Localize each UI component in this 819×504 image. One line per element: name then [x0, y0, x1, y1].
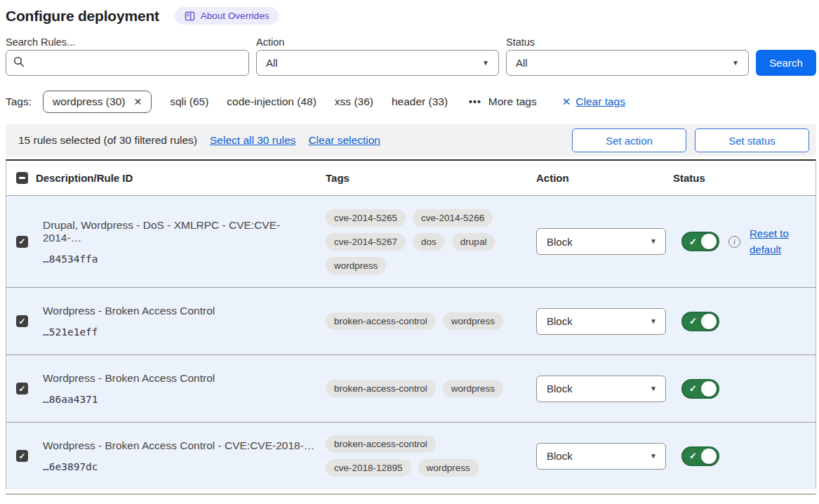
rule-id: …6e3897dc — [43, 461, 319, 472]
clear-tags-label: Clear tags — [575, 95, 625, 108]
toggle-knob — [701, 381, 717, 397]
table-row: ✓ Wordpress - Broken Access Control …521… — [6, 287, 815, 354]
selected-tag-chip-wordpress[interactable]: wordpress (30) ✕ — [43, 91, 152, 113]
table-row: ✓ Wordpress - Broken Access Control …86a… — [6, 354, 815, 422]
tag-pill: cve-2014-5266 — [413, 209, 493, 227]
row-action-select[interactable]: Block ▼ — [536, 376, 666, 402]
select-all-rules-link[interactable]: Select all 30 rules — [210, 134, 295, 147]
tag-pill: wordpress — [443, 380, 503, 397]
rule-tags: broken-access-control wordpress — [326, 312, 536, 330]
status-toggle-on[interactable]: ✓ — [681, 312, 719, 331]
action-filter-label: Action — [256, 37, 499, 48]
table-header: Description/Rule ID Tags Action Status — [6, 161, 815, 196]
tags-bar: Tags: wordpress (30) ✕ sqli (65) code-in… — [6, 91, 816, 113]
table-row: ✓ Drupal, Wordpress - DoS - XMLRPC - CVE… — [6, 196, 815, 287]
clear-selection-link[interactable]: Clear selection — [308, 134, 380, 147]
rule-description: Wordpress - Broken Access Control — [43, 372, 319, 385]
row-action-select[interactable]: Block ▼ — [536, 443, 666, 470]
tags-label: Tags: — [6, 95, 32, 108]
book-icon — [185, 11, 195, 21]
more-tags-label: More tags — [488, 95, 537, 108]
col-status-header: Status — [673, 172, 815, 184]
check-icon: ✓ — [689, 451, 697, 460]
status-filter-value: All — [516, 57, 528, 69]
chevron-down-icon: ▼ — [650, 453, 657, 460]
row-checkbox[interactable]: ✓ — [16, 450, 28, 462]
tag-pill: drupal — [452, 233, 495, 251]
tag-filter-code-injection[interactable]: code-injection (48) — [227, 95, 317, 108]
about-overrides-badge[interactable]: About Overrides — [175, 7, 279, 25]
check-icon: ✓ — [18, 385, 25, 393]
set-status-button[interactable]: Set status — [695, 128, 809, 152]
tag-filter-sqli[interactable]: sqli (65) — [170, 95, 208, 108]
rules-table: Description/Rule ID Tags Action Status ✓… — [6, 159, 816, 489]
about-overrides-label: About Overrides — [201, 11, 269, 21]
tag-pill: dos — [413, 233, 445, 251]
row-action-select[interactable]: Block ▼ — [536, 308, 666, 335]
chevron-down-icon: ▼ — [650, 318, 657, 325]
header-checkbox[interactable] — [16, 172, 28, 184]
rule-description: Wordpress - Broken Access Control - CVE:… — [43, 439, 319, 452]
check-icon: ✓ — [689, 237, 697, 246]
rule-tags: broken-access-control cve-2018-12895 wor… — [326, 435, 536, 477]
row-checkbox[interactable]: ✓ — [16, 315, 28, 327]
ellipsis-icon: ••• — [469, 96, 481, 107]
rule-description: Drupal, Wordpress - DoS - XMLRPC - CVE:C… — [43, 219, 319, 244]
status-toggle-on[interactable]: ✓ — [681, 232, 719, 251]
tag-filter-header[interactable]: header (33) — [392, 95, 448, 108]
tag-filter-xss[interactable]: xss (36) — [335, 95, 373, 108]
rule-id: …86aa4371 — [43, 394, 319, 405]
row-action-value: Block — [547, 236, 573, 248]
table-row: ✓ Wordpress - Broken Access Control - CV… — [6, 422, 815, 489]
row-action-value: Block — [547, 383, 573, 394]
row-action-select[interactable]: Block ▼ — [536, 228, 666, 255]
rule-tags: cve-2014-5265 cve-2014-5266 cve-2014-526… — [326, 209, 536, 274]
tag-pill: broken-access-control — [326, 312, 436, 330]
set-action-button[interactable]: Set action — [572, 128, 686, 152]
row-checkbox[interactable]: ✓ — [16, 383, 28, 394]
search-rules-input[interactable] — [6, 50, 249, 76]
row-action-value: Block — [547, 450, 573, 462]
status-filter-select[interactable]: All ▼ — [506, 50, 749, 76]
tag-pill: cve-2018-12895 — [326, 459, 411, 477]
status-toggle-on[interactable]: ✓ — [681, 446, 719, 466]
tag-pill: wordpress — [443, 312, 503, 330]
selected-tag-label: wordpress (30) — [53, 95, 125, 108]
toggle-knob — [701, 314, 717, 329]
rule-id: …521e1eff — [43, 326, 319, 338]
clear-tags-link[interactable]: ✕ Clear tags — [562, 95, 625, 108]
check-icon: ✓ — [689, 384, 697, 393]
chevron-down-icon: ▼ — [482, 60, 489, 67]
row-checkbox[interactable]: ✓ — [16, 236, 28, 248]
status-toggle-on[interactable]: ✓ — [681, 379, 719, 399]
reset-to-default-link[interactable]: Reset to default — [750, 225, 796, 258]
check-icon: ✓ — [689, 317, 697, 326]
configure-deployment-page: Configure deployment About Overrides Sea… — [0, 0, 819, 495]
search-button[interactable]: Search — [756, 50, 816, 76]
remove-tag-icon[interactable]: ✕ — [133, 96, 142, 107]
page-header: Configure deployment About Overrides — [6, 7, 816, 25]
check-icon: ✓ — [18, 452, 25, 460]
info-icon[interactable]: i — [728, 236, 740, 248]
filters-row: Search Rules... Action All ▼ Status — [6, 37, 816, 76]
action-filter-select[interactable]: All ▼ — [256, 50, 499, 76]
tag-pill: broken-access-control — [326, 435, 436, 453]
tag-pill: wordpress — [326, 257, 386, 274]
chevron-down-icon: ▼ — [732, 60, 739, 67]
col-description-header: Description/Rule ID — [36, 172, 326, 184]
chevron-down-icon: ▼ — [650, 238, 657, 245]
tag-pill: cve-2014-5265 — [326, 209, 406, 227]
rule-tags: broken-access-control wordpress — [326, 380, 536, 397]
page-title: Configure deployment — [6, 8, 159, 25]
toggle-knob — [701, 234, 717, 249]
selection-summary: 15 rules selected (of 30 filtered rules) — [18, 134, 197, 147]
bulk-action-buttons: Set action Set status — [572, 128, 809, 152]
action-filter-value: All — [266, 57, 278, 69]
status-filter-label: Status — [506, 37, 749, 48]
selection-bar: 15 rules selected (of 30 filtered rules)… — [6, 124, 816, 157]
rule-description: Wordpress - Broken Access Control — [43, 305, 319, 317]
close-icon: ✕ — [562, 95, 571, 108]
more-tags-button[interactable]: ••• More tags — [469, 95, 537, 108]
action-filter-field: Action All ▼ — [256, 37, 499, 76]
search-rules-field: Search Rules... — [6, 37, 249, 76]
